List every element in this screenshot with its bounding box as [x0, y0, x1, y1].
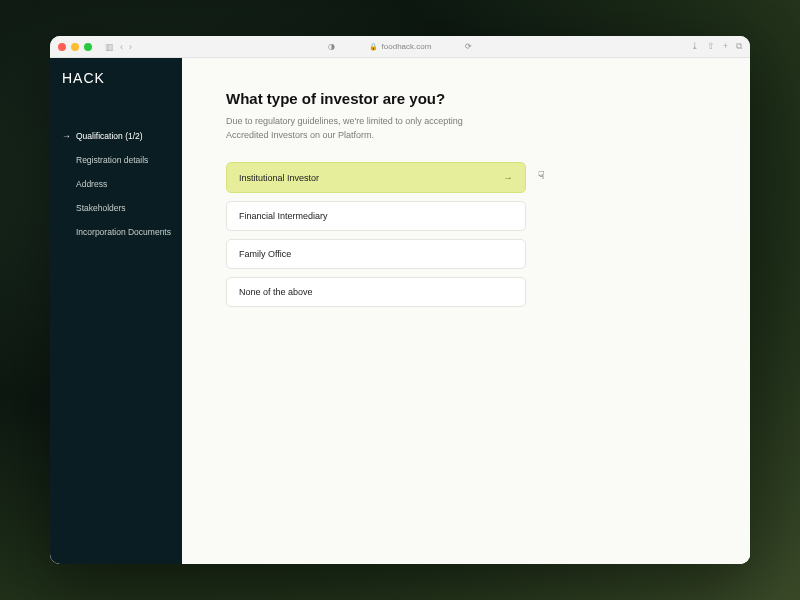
sidebar-item-label: Registration details	[76, 155, 148, 165]
sidebar-item-label: Address	[76, 179, 107, 189]
sidebar-item-stakeholders[interactable]: Stakeholders	[50, 196, 182, 220]
sidebar-item-qualification[interactable]: → Qualification (1/2)	[50, 124, 182, 148]
page-subtitle: Due to regulatory guidelines, we're limi…	[226, 115, 506, 142]
arrow-right-icon: →	[503, 172, 513, 183]
option-none[interactable]: None of the above	[226, 277, 526, 307]
browser-window: ▥ ‹ › ◑ 🔒 foodhack.com ⟳ ⤓ ⇧ + ⧉ HACK → …	[50, 36, 750, 564]
download-icon[interactable]: ⤓	[691, 41, 699, 52]
toolbar-left: ▥ ‹ ›	[105, 42, 132, 52]
page-title: What type of investor are you?	[226, 90, 706, 107]
sidebar: HACK → Qualification (1/2) Registration …	[50, 58, 182, 564]
address-bar[interactable]: ◑ 🔒 foodhack.com ⟳	[328, 42, 473, 51]
nav-back-icon[interactable]: ‹	[120, 42, 123, 52]
nav-forward-icon[interactable]: ›	[129, 42, 132, 52]
window-titlebar: ▥ ‹ › ◑ 🔒 foodhack.com ⟳ ⤓ ⇧ + ⧉	[50, 36, 750, 58]
sidebar-item-label: Stakeholders	[76, 203, 126, 213]
url-text: foodhack.com	[382, 42, 432, 51]
new-tab-icon[interactable]: +	[723, 41, 728, 52]
option-label: Family Office	[239, 249, 291, 259]
option-label: Institutional Investor	[239, 173, 319, 183]
brand-logo: HACK	[50, 70, 182, 124]
toolbar-right: ⤓ ⇧ + ⧉	[691, 41, 742, 52]
maximize-window-button[interactable]	[84, 43, 92, 51]
investor-type-options: Institutional Investor → Financial Inter…	[226, 162, 526, 307]
sidebar-item-label: Qualification (1/2)	[76, 131, 143, 141]
arrow-right-icon: →	[62, 131, 72, 141]
main-panel: What type of investor are you? Due to re…	[182, 58, 750, 564]
sidebar-item-registration[interactable]: Registration details	[50, 148, 182, 172]
sidebar-item-label: Incorporation Documents	[76, 227, 171, 237]
share-icon[interactable]: ⇧	[707, 41, 715, 52]
minimize-window-button[interactable]	[71, 43, 79, 51]
option-institutional-investor[interactable]: Institutional Investor →	[226, 162, 526, 193]
sidebar-toggle-icon[interactable]: ▥	[105, 42, 114, 52]
app-content: HACK → Qualification (1/2) Registration …	[50, 58, 750, 564]
close-window-button[interactable]	[58, 43, 66, 51]
option-label: Financial Intermediary	[239, 211, 328, 221]
lock-icon: 🔒	[369, 43, 378, 51]
sidebar-item-incorporation[interactable]: Incorporation Documents	[50, 220, 182, 244]
option-label: None of the above	[239, 287, 313, 297]
tabs-icon[interactable]: ⧉	[736, 41, 742, 52]
option-family-office[interactable]: Family Office	[226, 239, 526, 269]
refresh-icon[interactable]: ⟳	[465, 42, 472, 51]
sidebar-item-address[interactable]: Address	[50, 172, 182, 196]
window-controls	[58, 43, 92, 51]
shield-icon: ◑	[328, 42, 335, 51]
option-financial-intermediary[interactable]: Financial Intermediary	[226, 201, 526, 231]
